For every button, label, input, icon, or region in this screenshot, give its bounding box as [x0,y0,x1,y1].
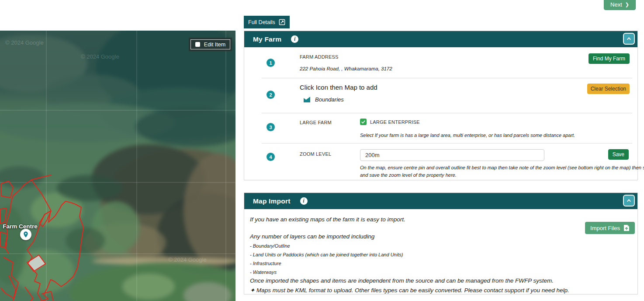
map-watermark-text: © 2024 Google [168,256,207,263]
info-icon[interactable]: i [291,35,298,43]
import-files-label: Import Files [590,225,620,231]
map-import-title: Map Import [253,197,291,205]
import-files-button[interactable]: Import Files [585,222,635,234]
layer-list-item: - Waterways [250,270,632,275]
layer-list-item: - Infrastructure [250,261,632,266]
large-farm-help: Select If your farm is has a large land … [360,133,575,138]
expand-icon [279,19,285,25]
check-icon [361,119,366,124]
map-watermark-text: © 2024 Google [81,53,119,60]
edit-item-button[interactable]: Edit Item [189,38,232,51]
my-farm-header: My Farm i [244,31,637,47]
file-upload-icon [623,224,630,231]
layers-heading: Any number of layers can be imported inc… [250,233,632,240]
save-button[interactable]: Save [608,149,629,160]
map-tools-row: 2 Click Icon then Map to add Boundaries … [262,78,632,113]
large-farm-row: 3 LARGE FARM LARGE ENTERPRISE Select If … [262,113,632,144]
map-import-header: Map Import i [244,193,637,209]
large-farm-label: LARGE FARM [300,120,332,125]
info-icon[interactable]: i [300,197,308,205]
step-1-badge: 1 [267,59,275,67]
map-watermark-text: © 2024 Google [5,39,44,46]
farm-address-row: 1 FARM ADDRESS 222 Pahoia Road, , Whakam… [262,47,632,78]
zoom-level-help: On the map, ensure centre pin and overal… [360,164,644,179]
step-2-badge: 2 [267,91,275,99]
my-farm-title: My Farm [253,35,281,43]
farm-address-label: FARM ADDRESS [300,54,339,60]
map-import-intro: If you have an existing maps of the farm… [250,216,632,223]
zoom-level-row: 4 ZOOM LEVEL Save On the map, ensure cen… [262,144,632,179]
chevron-up-icon [626,36,632,42]
location-pin-icon [22,231,29,238]
greenhouse-shape [27,255,45,271]
page: © 2024 Google © 2024 Google © 2024 Googl… [0,0,644,301]
my-farm-panel: My Farm i 1 FARM ADDRESS 222 Pahoia Road… [244,31,638,180]
edit-item-label: Edit Item [204,42,225,48]
tab-full-details-label: Full Details [248,19,275,25]
chevron-up-icon [626,198,632,203]
chevron-right-icon: ❯ [625,2,629,7]
farm-address-value: 222 Pahoia Road, , Whakamarama, 3172 [300,66,392,71]
zoom-level-input[interactable] [360,149,544,161]
large-enterprise-checkbox[interactable] [360,119,367,125]
boundaries-label: Boundaries [315,96,344,103]
import-note-independent: Once imported the shapes and items are i… [250,277,632,284]
collapse-my-farm-button[interactable] [623,33,635,45]
map-import-panel: Map Import i Import Files If you have an… [244,192,638,294]
step-4-badge: 4 [267,153,275,161]
step-3-badge: 3 [267,123,275,131]
boundary-polygon-icon [303,96,311,103]
zoom-level-label: ZOOM LEVEL [300,151,331,157]
collapse-map-import-button[interactable] [623,195,635,206]
layer-list-item: - Land Units or Paddocks (which can be j… [250,252,632,257]
find-my-farm-button[interactable]: Find My Farm [589,53,630,64]
click-icon-heading: Click Icon then Map to add [300,84,377,91]
clear-selection-button[interactable]: Clear Selection [587,84,630,94]
farm-centre-pin[interactable] [20,229,31,242]
large-enterprise-label: LARGE ENTERPRISE [370,119,420,125]
import-note-kml: ✦ Maps must be KML format to upload. Oth… [250,287,632,294]
tab-full-details[interactable]: Full Details [244,16,290,28]
next-button[interactable]: Next ❯ [604,0,636,10]
layer-list-item: - Boundary/Outline [250,243,632,248]
next-button-label: Next [610,1,622,8]
map-view[interactable]: © 2024 Google © 2024 Google © 2024 Googl… [0,31,235,301]
edit-item-square-icon [195,42,200,47]
boundaries-tool[interactable]: Boundaries [303,96,344,103]
farm-boundary-lines [0,175,83,301]
map-overlay-graphics: © 2024 Google © 2024 Google © 2024 Googl… [0,31,235,301]
